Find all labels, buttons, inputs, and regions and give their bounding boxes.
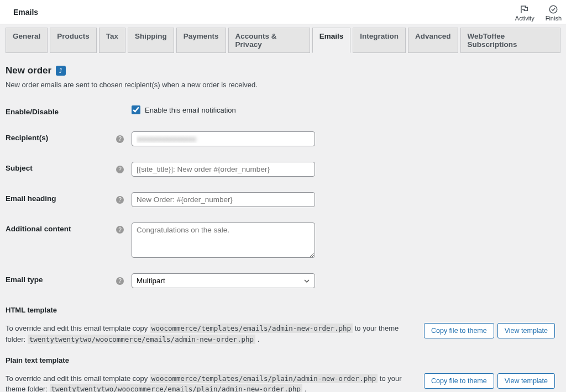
help-icon[interactable]: ? — [116, 135, 124, 143]
page-description: New order emails are sent to chosen reci… — [6, 81, 560, 89]
heading-label: Email heading — [6, 192, 116, 203]
tab-shipping[interactable]: Shipping — [128, 28, 174, 53]
page-breadcrumb: Emails — [4, 8, 38, 17]
tab-webtoffee[interactable]: WebToffee Subscriptions — [460, 28, 561, 53]
subject-input[interactable] — [132, 162, 315, 177]
subject-label: Subject — [6, 162, 116, 172]
help-icon[interactable]: ? — [116, 166, 124, 173]
tab-accounts[interactable]: Accounts & Privacy — [228, 28, 310, 53]
tab-advanced[interactable]: Advanced — [408, 28, 458, 53]
view-html-template-button[interactable]: View template — [497, 323, 555, 338]
tab-payments[interactable]: Payments — [176, 28, 226, 53]
activity-button[interactable]: Activity — [515, 4, 534, 22]
enable-checkbox[interactable] — [132, 105, 140, 114]
help-icon[interactable]: ? — [116, 196, 124, 204]
tab-emails[interactable]: Emails — [312, 28, 351, 53]
settings-tabs: General Products Tax Shipping Payments A… — [6, 28, 560, 53]
topbar: Emails Activity Finish — [0, 0, 566, 24]
flag-icon — [520, 4, 530, 14]
help-icon[interactable]: ? — [116, 277, 124, 285]
view-plain-template-button[interactable]: View template — [497, 373, 555, 389]
recipients-input[interactable] — [132, 131, 315, 146]
enable-label: Enable/Disable — [6, 105, 116, 116]
circle-check-icon — [548, 4, 558, 14]
additional-content-input[interactable] — [132, 223, 315, 258]
help-icon[interactable]: ? — [116, 226, 124, 234]
tab-general[interactable]: General — [6, 28, 48, 53]
copy-plain-template-button[interactable]: Copy file to theme — [424, 373, 494, 389]
tab-integration[interactable]: Integration — [353, 28, 406, 53]
additional-label: Additional content — [6, 223, 116, 233]
tab-products[interactable]: Products — [50, 28, 97, 53]
heading-input[interactable] — [132, 192, 315, 207]
copy-html-template-button[interactable]: Copy file to theme — [424, 323, 494, 338]
tab-tax[interactable]: Tax — [99, 28, 125, 53]
back-link-icon[interactable]: ⤴ — [56, 66, 66, 76]
svg-point-0 — [550, 6, 558, 13]
html-template-text: To override and edit this email template… — [6, 323, 413, 345]
email-type-label: Email type — [6, 273, 116, 284]
enable-checkbox-row[interactable]: Enable this email notification — [132, 105, 236, 114]
finish-button[interactable]: Finish — [546, 4, 562, 22]
page-title: New order — [6, 65, 51, 76]
html-template-title: HTML template — [6, 306, 555, 314]
plain-template-title: Plain text template — [6, 356, 555, 364]
recipients-label: Recipient(s) — [6, 131, 116, 142]
email-type-select[interactable]: Multipart — [132, 273, 315, 288]
plain-template-text: To override and edit this email template… — [6, 373, 413, 393]
